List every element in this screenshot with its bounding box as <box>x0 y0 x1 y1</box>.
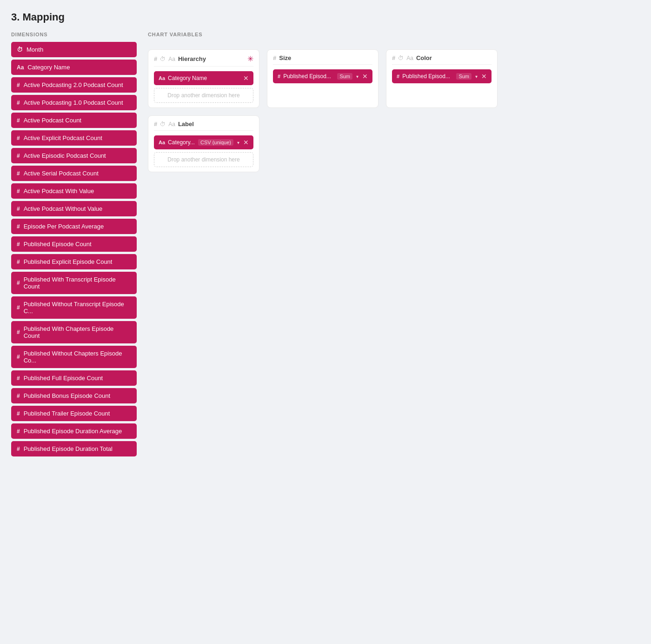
dimension-item-published-explicit-episode-count[interactable]: #Published Explicit Episode Count <box>11 254 137 269</box>
label-drop-zone[interactable]: Drop another dimension here <box>154 152 253 167</box>
size-header: # Size <box>273 54 372 65</box>
dimension-label: Active Podcast Without Value <box>24 205 103 212</box>
dimension-item-month[interactable]: ⏱Month <box>11 42 137 57</box>
chip-close-button[interactable]: ✕ <box>243 74 249 82</box>
hash-icon: # <box>17 170 20 177</box>
hierarchy-header: # ⏱ Aa Hierarchy ✳ <box>154 54 253 67</box>
dimension-label: Active Podcasting 1.0 Podcast Count <box>24 99 123 106</box>
size-box: # Size # Published Episod... Sum ▾ ✕ <box>267 49 379 108</box>
dimension-item-published-episode-duration-total[interactable]: #Published Episode Duration Total <box>11 441 137 456</box>
dimension-label: Active Episodic Podcast Count <box>24 152 106 159</box>
color-title: Color <box>416 54 492 61</box>
color-chip-tag: Sum <box>456 73 472 80</box>
chart-vars-row-2: # ⏱ Aa Label Aa Category... CSV (unique)… <box>148 115 640 172</box>
label-chip-label: Category... <box>168 139 195 146</box>
dimension-label: Active Podcast Count <box>24 117 81 124</box>
dimension-item-published-with-chapters[interactable]: #Published With Chapters Episode Count <box>11 321 137 343</box>
color-chip-arrow[interactable]: ▾ <box>475 74 478 79</box>
dimension-item-published-without-chapters[interactable]: #Published Without Chapters Episode Co..… <box>11 346 137 368</box>
color-chip[interactable]: # Published Episod... Sum ▾ ✕ <box>392 69 492 83</box>
dimension-item-active-podcasting-1[interactable]: #Active Podcasting 1.0 Podcast Count <box>11 95 137 110</box>
hash-icon: # <box>17 354 20 360</box>
hash-icon: # <box>17 206 20 212</box>
dimension-item-published-with-transcript[interactable]: #Published With Transcript Episode Count <box>11 272 137 294</box>
hash-icon: # <box>17 135 20 141</box>
label-chip-close[interactable]: ✕ <box>243 139 249 146</box>
dimension-item-published-trailer-episode[interactable]: #Published Trailer Episode Count <box>11 406 137 421</box>
hierarchy-drop-zone[interactable]: Drop another dimension here <box>154 88 253 103</box>
dimension-label: Published Full Episode Count <box>24 375 103 382</box>
aa-icon: Aa <box>17 64 24 71</box>
dimension-label: Published Without Transcript Episode C..… <box>24 301 131 315</box>
color-hash-icon: # <box>392 54 395 61</box>
dimension-item-episode-per-podcast-avg[interactable]: #Episode Per Podcast Average <box>11 219 137 234</box>
hash-icon: # <box>17 428 20 435</box>
label-chip-arrow[interactable]: ▾ <box>237 140 239 145</box>
size-chip[interactable]: # Published Episod... Sum ▾ ✕ <box>273 69 372 83</box>
dimension-label: Published Without Chapters Episode Co... <box>24 350 131 364</box>
hash-icon: # <box>17 410 20 417</box>
main-layout: DIMENSIONS ⏱MonthAaCategory Name#Active … <box>11 32 640 459</box>
dimension-item-published-full-episode[interactable]: #Published Full Episode Count <box>11 370 137 386</box>
dimension-label: Active Serial Podcast Count <box>24 170 99 177</box>
hierarchy-title: Hierarchy <box>178 55 245 62</box>
dimension-item-category-name[interactable]: AaCategory Name <box>11 60 137 75</box>
dimension-item-active-episodic-podcast-count[interactable]: #Active Episodic Podcast Count <box>11 148 137 163</box>
dimension-item-active-explicit-podcast-count[interactable]: #Active Explicit Podcast Count <box>11 130 137 146</box>
dimension-item-published-episode-count[interactable]: #Published Episode Count <box>11 236 137 252</box>
hash-icon: # <box>17 223 20 230</box>
color-box: # ⏱ Aa Color # Published Episod... Sum ▾… <box>386 49 498 108</box>
label-box: # ⏱ Aa Label Aa Category... CSV (unique)… <box>148 115 259 172</box>
dimension-label: Published Episode Duration Average <box>24 428 122 435</box>
dimension-label: Active Podcast With Value <box>24 188 94 195</box>
dimension-label: Published Trailer Episode Count <box>24 410 110 417</box>
label-header: # ⏱ Aa Label <box>154 121 253 131</box>
hash-icon: # <box>17 241 20 248</box>
dimension-label: Published With Chapters Episode Count <box>24 325 131 339</box>
dimension-item-published-bonus-episode[interactable]: #Published Bonus Episode Count <box>11 388 137 403</box>
color-chip-close[interactable]: ✕ <box>481 73 487 80</box>
dimension-label: Episode Per Podcast Average <box>24 223 104 230</box>
color-clock-icon: ⏱ <box>398 55 404 61</box>
aa-icon: Aa <box>168 56 175 62</box>
dimension-item-published-episode-duration-avg[interactable]: #Published Episode Duration Average <box>11 423 137 439</box>
clock-icon: ⏱ <box>17 46 23 53</box>
dimension-item-active-podcast-without-value[interactable]: #Active Podcast Without Value <box>11 201 137 216</box>
chart-variables-panel: CHART VARIABLES # ⏱ Aa Hierarchy ✳ Aa Ca… <box>148 32 640 172</box>
hash-icon: # <box>17 393 20 399</box>
label-chip[interactable]: Aa Category... CSV (unique) ▾ ✕ <box>154 135 253 149</box>
hash-icon: # <box>17 280 20 286</box>
hash-icon: # <box>17 329 20 335</box>
color-aa-icon: Aa <box>406 55 413 61</box>
clock-icon: ⏱ <box>160 56 166 62</box>
dimension-label: Category Name <box>27 64 70 71</box>
dimension-item-published-without-transcript[interactable]: #Published Without Transcript Episode C.… <box>11 296 137 319</box>
dimension-label: Published Bonus Episode Count <box>24 392 110 399</box>
label-title: Label <box>178 121 253 127</box>
chip-category-label: Category Name <box>168 75 239 81</box>
size-title: Size <box>279 54 372 61</box>
dimensions-panel: DIMENSIONS ⏱MonthAaCategory Name#Active … <box>11 32 137 459</box>
size-chip-close[interactable]: ✕ <box>362 73 368 80</box>
label-chip-aa: Aa <box>159 140 165 145</box>
hash-icon: # <box>17 117 20 124</box>
label-clock-icon: ⏱ <box>160 121 166 127</box>
dimension-item-active-podcasting-2[interactable]: #Active Podcasting 2.0 Podcast Count <box>11 77 137 93</box>
hash-icon: # <box>154 55 157 62</box>
size-hash-icon: # <box>273 54 276 61</box>
size-chip-arrow[interactable]: ▾ <box>356 74 359 79</box>
dimension-item-active-podcast-with-value[interactable]: #Active Podcast With Value <box>11 183 137 199</box>
hash-icon: # <box>17 82 20 88</box>
label-aa-icon: Aa <box>168 121 175 127</box>
dimension-item-active-serial-podcast-count[interactable]: #Active Serial Podcast Count <box>11 166 137 181</box>
required-asterisk: ✳ <box>247 54 253 63</box>
hash-icon: # <box>17 153 20 159</box>
dimensions-list: ⏱MonthAaCategory Name#Active Podcasting … <box>11 42 137 456</box>
hierarchy-chip[interactable]: Aa Category Name ✕ <box>154 71 253 85</box>
dimensions-label: DIMENSIONS <box>11 32 137 37</box>
hash-icon: # <box>17 304 20 311</box>
dimension-label: Active Explicit Podcast Count <box>24 134 102 141</box>
dimension-item-active-podcast-count[interactable]: #Active Podcast Count <box>11 113 137 128</box>
dimension-label: Published Explicit Episode Count <box>24 258 113 265</box>
size-chip-label: Published Episod... <box>283 73 334 80</box>
